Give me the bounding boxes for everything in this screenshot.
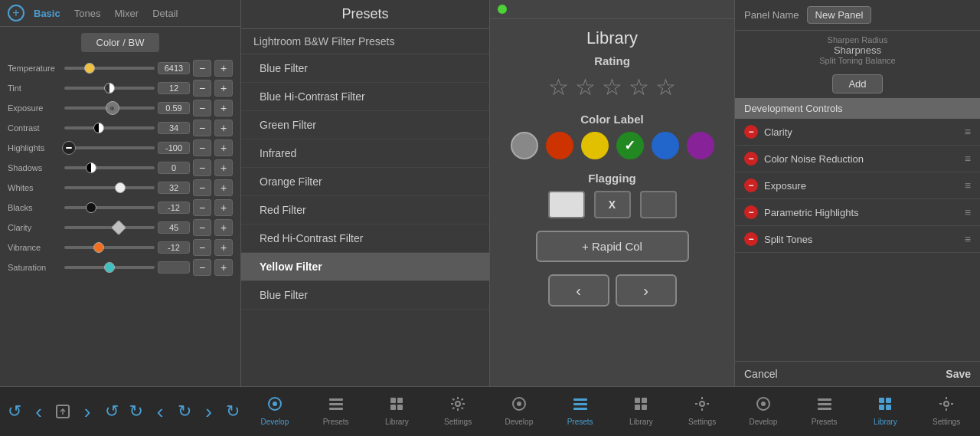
saturation-track[interactable]	[64, 266, 155, 269]
star-3[interactable]: ☆	[602, 74, 622, 100]
star-2[interactable]: ☆	[575, 74, 596, 100]
sync-button[interactable]: ↻	[173, 396, 196, 427]
clarity-drag-handle[interactable]: ≡	[965, 126, 971, 138]
tab-develop-3[interactable]: Develop	[743, 395, 783, 426]
tab-presets-2[interactable]: Presets	[560, 395, 600, 426]
remove-exposure-icon[interactable]: −	[744, 179, 758, 192]
panel-name-value[interactable]: New Panel	[807, 6, 872, 24]
add-icon[interactable]: +	[8, 5, 24, 21]
tab-library-2[interactable]: Library	[621, 395, 661, 426]
tab-settings-1[interactable]: Settings	[438, 395, 478, 426]
vibrance-track[interactable]	[64, 246, 155, 249]
next2-button[interactable]: ›	[198, 396, 220, 427]
list-item[interactable]: Blue Filter	[241, 281, 489, 310]
highlights-track[interactable]	[64, 146, 155, 149]
tab-develop-2[interactable]: Develop	[499, 395, 539, 426]
highlights-value[interactable]	[158, 142, 190, 154]
temperature-value[interactable]	[158, 62, 190, 74]
undo-button[interactable]: ↺	[3, 396, 26, 427]
nav-next-button[interactable]: ›	[616, 274, 677, 307]
list-item[interactable]: Blue Hi-Contrast Filter	[241, 83, 489, 111]
whites-track[interactable]	[64, 186, 155, 189]
vibrance-increment[interactable]: +	[214, 239, 233, 256]
shadows-track[interactable]	[64, 166, 155, 169]
blacks-decrement[interactable]: −	[193, 199, 211, 216]
nav-prev-button[interactable]: ‹	[548, 274, 609, 307]
star-1[interactable]: ☆	[548, 74, 569, 100]
prev-button[interactable]: ‹	[28, 396, 51, 427]
shadows-decrement[interactable]: −	[193, 159, 211, 176]
tab-settings-3[interactable]: Settings	[926, 395, 966, 426]
color-circle-purple[interactable]	[687, 132, 714, 159]
blacks-increment[interactable]: +	[214, 199, 233, 216]
tint-value[interactable]	[158, 82, 190, 94]
color-circle-green[interactable]: ✓	[616, 132, 644, 159]
sync2-button[interactable]: ↻	[221, 396, 244, 427]
tab-mixer[interactable]: Mixer	[109, 6, 143, 21]
tab-presets-1[interactable]: Presets	[316, 395, 356, 426]
exposure-track[interactable]: ⊕	[64, 107, 155, 110]
cancel-button[interactable]: Cancel	[744, 368, 778, 380]
tint-increment[interactable]: +	[214, 80, 233, 97]
parametric-drag-handle[interactable]: ≡	[965, 206, 971, 218]
exposure-increment[interactable]: +	[214, 100, 233, 116]
list-item[interactable]: Red Hi-Contrast Filter	[241, 225, 489, 253]
exposure-value[interactable]	[158, 102, 190, 114]
shadows-value[interactable]	[158, 162, 190, 174]
star-5[interactable]: ☆	[655, 74, 676, 100]
blacks-value[interactable]	[158, 202, 190, 214]
blacks-track[interactable]	[64, 206, 155, 209]
contrast-increment[interactable]: +	[214, 120, 233, 136]
tint-decrement[interactable]: −	[193, 80, 211, 97]
color-bw-button[interactable]: Color / BW	[81, 33, 160, 52]
vibrance-decrement[interactable]: −	[193, 239, 211, 256]
list-item[interactable]: Blue Filter	[241, 54, 489, 83]
clarity-increment[interactable]: +	[214, 219, 233, 236]
tab-tones[interactable]: Tones	[70, 6, 106, 21]
star-4[interactable]: ☆	[629, 74, 649, 100]
tab-settings-2[interactable]: Settings	[682, 395, 722, 426]
next-button[interactable]: ›	[76, 396, 99, 427]
tint-track[interactable]	[64, 87, 155, 90]
tab-presets-3[interactable]: Presets	[805, 395, 844, 426]
clarity-track[interactable]	[64, 226, 155, 229]
saturation-increment[interactable]: +	[214, 259, 233, 276]
vibrance-value[interactable]	[158, 241, 190, 254]
whites-decrement[interactable]: −	[193, 179, 211, 196]
clarity-decrement[interactable]: −	[193, 219, 211, 236]
color-circle-red[interactable]	[546, 132, 573, 159]
whites-value[interactable]	[158, 182, 190, 194]
temperature-increment[interactable]: +	[214, 60, 233, 77]
tab-develop-1[interactable]: Develop	[255, 395, 295, 426]
contrast-decrement[interactable]: −	[193, 120, 211, 136]
saturation-value[interactable]	[158, 261, 190, 274]
remove-clarity-icon[interactable]: −	[744, 125, 758, 139]
temperature-track[interactable]	[64, 67, 155, 70]
color-circle-yellow[interactable]	[581, 132, 609, 159]
flag-white-button[interactable]	[548, 191, 585, 218]
color-noise-drag-handle[interactable]: ≡	[965, 152, 971, 165]
color-circle-blue[interactable]	[652, 132, 679, 159]
clarity-value[interactable]	[158, 221, 190, 234]
list-item[interactable]: Red Filter	[241, 196, 489, 225]
flag-empty-button[interactable]	[640, 191, 677, 218]
flag-x-button[interactable]: X	[594, 191, 631, 218]
saturation-decrement[interactable]: −	[193, 259, 211, 276]
shadows-increment[interactable]: +	[214, 159, 233, 176]
remove-split-tones-icon[interactable]: −	[744, 232, 758, 246]
remove-parametric-icon[interactable]: −	[744, 205, 758, 219]
remove-color-noise-icon[interactable]: −	[744, 152, 758, 166]
add-button[interactable]: Add	[832, 74, 882, 93]
split-tones-drag-handle[interactable]: ≡	[965, 233, 971, 245]
list-item[interactable]: Yellow Filter	[241, 253, 489, 281]
list-item[interactable]: Infrared	[241, 139, 489, 168]
temperature-decrement[interactable]: −	[193, 60, 211, 77]
tab-library-3[interactable]: Library	[865, 395, 905, 426]
save-button[interactable]: Save	[946, 368, 971, 380]
prev2-button[interactable]: ‹	[149, 396, 172, 427]
import-button[interactable]	[51, 396, 74, 427]
contrast-track[interactable]	[64, 126, 155, 129]
highlights-decrement[interactable]: −	[193, 139, 211, 156]
tab-detail[interactable]: Detail	[148, 6, 182, 21]
whites-increment[interactable]: +	[214, 179, 233, 196]
